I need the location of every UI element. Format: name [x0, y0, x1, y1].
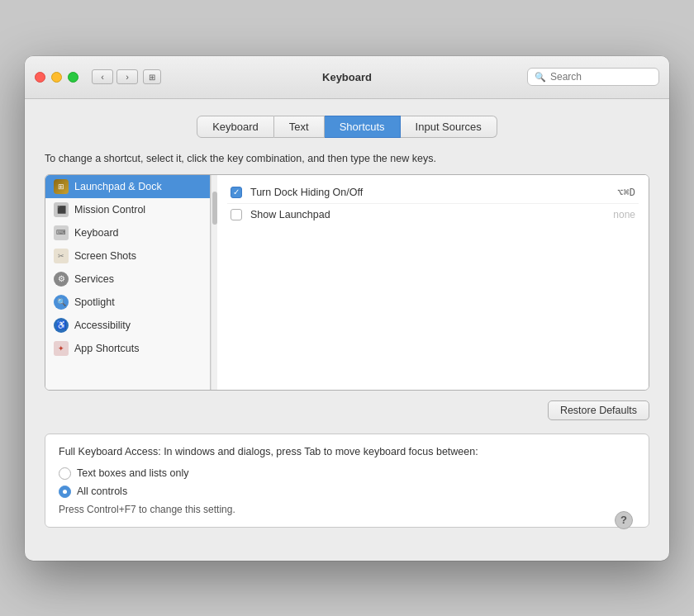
screenshots-icon: ✂: [54, 249, 69, 263]
launchpad-icon: ⊞: [54, 179, 69, 194]
shortcut-row-launchpad: Show Launchpad none: [227, 204, 639, 225]
access-section: Full Keyboard Access: In windows and dia…: [45, 434, 649, 528]
tab-bar: Keyboard Text Shortcuts Input Sources: [45, 116, 649, 138]
radio-all-controls-circle[interactable]: [59, 486, 71, 498]
nav-buttons: ‹ ›: [92, 69, 138, 84]
sidebar-item-accessibility-label: Accessibility: [74, 320, 131, 331]
forward-button[interactable]: ›: [116, 69, 138, 84]
sidebar-item-launchpad[interactable]: ⊞ Launchpad & Dock: [45, 175, 210, 198]
grid-button[interactable]: ⊞: [143, 69, 161, 84]
back-button[interactable]: ‹: [92, 69, 113, 84]
traffic-lights: [35, 72, 78, 83]
titlebar: ‹ › ⊞ Keyboard 🔍: [25, 56, 669, 99]
minimize-button[interactable]: [51, 72, 62, 83]
sidebar-item-keyboard[interactable]: ⌨ Keyboard: [45, 221, 210, 244]
sidebar-item-spotlight[interactable]: 🔍 Spotlight: [45, 291, 210, 314]
search-icon: 🔍: [535, 72, 546, 83]
radio-all-controls[interactable]: All controls: [59, 486, 635, 498]
keyboard-preferences-window: ‹ › ⊞ Keyboard 🔍 Keyboard Text Shortcuts…: [25, 56, 669, 561]
radio-all-controls-label: All controls: [77, 486, 127, 497]
help-button[interactable]: ?: [615, 511, 633, 529]
sidebar-item-screenshots-label: Screen Shots: [74, 250, 136, 262]
radio-text-boxes[interactable]: Text boxes and lists only: [59, 467, 635, 480]
scrollbar-thumb[interactable]: [212, 192, 217, 225]
sidebar-item-mission-control[interactable]: ⬛ Mission Control: [45, 198, 210, 221]
sidebar-item-app-shortcuts-label: App Shortcuts: [74, 343, 140, 354]
sidebar-item-mission-label: Mission Control: [74, 204, 145, 216]
tab-keyboard[interactable]: Keyboard: [197, 116, 274, 138]
shortcut-panel: ⊞ Launchpad & Dock ⬛ Mission Control ⌨: [45, 174, 649, 391]
radio-text-boxes-label: Text boxes and lists only: [77, 467, 189, 479]
tab-text[interactable]: Text: [274, 116, 325, 138]
instruction-text: To change a shortcut, select it, click t…: [45, 153, 649, 164]
sidebar-list: ⊞ Launchpad & Dock ⬛ Mission Control ⌨: [45, 175, 211, 390]
window-title: Keyboard: [322, 71, 372, 83]
sidebar: ⊞ Launchpad & Dock ⬛ Mission Control ⌨: [45, 175, 217, 390]
sidebar-item-accessibility[interactable]: ♿ Accessibility: [45, 314, 210, 337]
mission-control-icon: ⬛: [54, 202, 69, 217]
radio-text-boxes-circle[interactable]: [59, 467, 71, 480]
sidebar-item-keyboard-label: Keyboard: [74, 227, 119, 239]
shortcut-name-dock-hiding: Turn Dock Hiding On/Off: [250, 187, 609, 198]
sidebar-item-screenshots[interactable]: ✂ Screen Shots: [45, 244, 210, 268]
restore-defaults-button[interactable]: Restore Defaults: [548, 400, 649, 420]
sidebar-item-services-label: Services: [74, 273, 114, 285]
search-input[interactable]: [550, 71, 649, 83]
keyboard-icon: ⌨: [54, 225, 69, 240]
shortcut-keys-launchpad: none: [613, 209, 635, 220]
restore-row: Restore Defaults: [45, 400, 649, 420]
sidebar-item-spotlight-label: Spotlight: [74, 296, 115, 308]
close-button[interactable]: [35, 72, 45, 83]
app-shortcuts-icon: ✦: [54, 341, 69, 356]
bottom-area: Full Keyboard Access: In windows and dia…: [45, 434, 649, 544]
spotlight-icon: 🔍: [54, 295, 69, 310]
help-note: Press Control+F7 to change this setting.: [59, 504, 635, 515]
tab-input-sources[interactable]: Input Sources: [401, 116, 497, 138]
sidebar-item-launchpad-label: Launchpad & Dock: [74, 181, 162, 192]
access-title: Full Keyboard Access: In windows and dia…: [59, 446, 635, 457]
shortcut-checkbox-dock-hiding[interactable]: ✓: [231, 187, 242, 198]
accessibility-icon: ♿: [54, 318, 69, 333]
tab-shortcuts[interactable]: Shortcuts: [325, 116, 401, 138]
maximize-button[interactable]: [68, 72, 78, 83]
shortcut-row-dock-hiding: ✓ Turn Dock Hiding On/Off ⌥⌘D: [227, 182, 639, 204]
search-box[interactable]: 🔍: [527, 68, 659, 86]
sidebar-scrollbar[interactable]: [211, 175, 217, 390]
shortcut-checkbox-launchpad[interactable]: [231, 209, 242, 220]
shortcut-name-launchpad: Show Launchpad: [250, 209, 605, 220]
content-area: Keyboard Text Shortcuts Input Sources To…: [25, 99, 669, 561]
shortcut-list: ✓ Turn Dock Hiding On/Off ⌥⌘D Show Launc…: [217, 175, 649, 390]
sidebar-item-services[interactable]: ⚙ Services: [45, 268, 210, 291]
shortcut-keys-dock-hiding: ⌥⌘D: [617, 187, 635, 198]
sidebar-item-app-shortcuts[interactable]: ✦ App Shortcuts: [45, 337, 210, 360]
services-icon: ⚙: [54, 272, 69, 287]
